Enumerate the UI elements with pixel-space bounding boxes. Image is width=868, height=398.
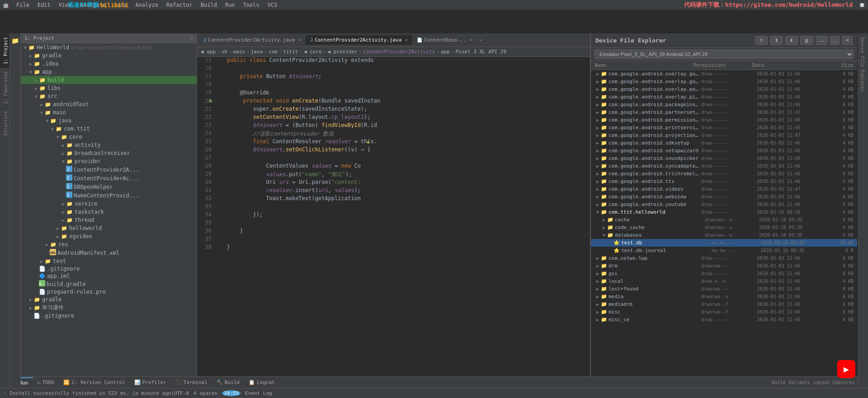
tree-proguard[interactable]: ▶ 📄 proguard-rules.pro [21, 288, 197, 295]
fe-item-permissioncon[interactable]: ▶ 📁 com.google.android.permissioncon drw… [591, 116, 857, 124]
vtab-structure[interactable]: Structure [0, 108, 9, 139]
fe-item-test-db[interactable]: ▶ ⭐ test.db -rw-rw---- 2020-03-16 09:35 … [591, 239, 857, 247]
tree-gradle-root[interactable]: ▶ 📁 gradle [21, 295, 197, 304]
sidebar-project-icon[interactable]: 📁 [11, 37, 19, 44]
menu-build[interactable]: Build [197, 1, 221, 9]
tree-activity[interactable]: ▶ 📁 activity [21, 141, 197, 149]
fe-item-google-overlay2[interactable]: ▶ 📁 com.google.android.overlay.google dr… [591, 78, 857, 85]
bottom-tab-profiler[interactable]: 📊 Profiler [130, 378, 171, 387]
tree-gradle[interactable]: ▶ 📁 gradle [21, 52, 197, 60]
fe-item-misc-ce[interactable]: ▶ 📁 misc_ce drwx------ 2020-03-03 11:46 … [591, 316, 857, 323]
fe-item-google-overlay1[interactable]: ▶ 📁 com.google.android.overlay.google dr… [591, 70, 857, 78]
tree-app[interactable]: ▼ 📁 app [21, 68, 197, 76]
fe-item-projection[interactable]: ▶ 📁 com.google.android.projection.gea dr… [591, 131, 857, 139]
menu-analyze[interactable]: Analyze [132, 1, 162, 9]
tree-taskstack[interactable]: ▶ 📁 taskstack [21, 208, 197, 216]
fe-refresh-button[interactable]: ↻ [755, 36, 768, 45]
fe-maximize-button[interactable]: ✕ [842, 36, 853, 45]
fe-item-tts[interactable]: ▶ 📁 com.google.android.tts drwx------ 20… [591, 178, 857, 185]
menu-vcs[interactable]: VCS [264, 1, 281, 9]
menu-code[interactable]: Code [111, 1, 131, 9]
bottom-tab-todo[interactable]: ☑ TODO [33, 378, 59, 387]
fe-item-drm[interactable]: ▶ 📁 drm drwxrwx--- 2020-03-03 11:46 4 KB [591, 262, 857, 270]
tree-thread[interactable]: ▶ 📁 thread [21, 216, 197, 224]
fe-item-ustwo[interactable]: ▶ 📁 com.ustwo.lwp drwx------ 2020-03-03 … [591, 254, 857, 262]
tree-namecontentprovid[interactable]: ▶ J NameContentProvid... [21, 191, 197, 200]
fe-item-test-db-journal[interactable]: ▶ ⭐ test.db-journal -rw-rw---- 2020-03-1… [591, 247, 857, 254]
tree-androidtest[interactable]: ▶ 📁 androidTest [21, 100, 197, 108]
fe-item-ttit-helloworld[interactable]: ▼ 📁 com.ttit.helloworld drwx------ 2020-… [591, 208, 857, 216]
fe-item-sdksetup[interactable]: ▶ 📁 com.google.android.sdksetup drwx----… [591, 139, 857, 147]
tree-com-ttit[interactable]: ▼ 📁 com.ttit [21, 125, 197, 133]
vtab-device-file-explorer[interactable]: Device File Explorer [859, 33, 868, 95]
tree-libs[interactable]: ▶ 📁 libs [21, 84, 197, 92]
tree-build[interactable]: ▶ 📁 build [21, 76, 197, 84]
tree-dbopenhelper[interactable]: ▶ J DBOpenHelper [21, 183, 197, 191]
more-tabs-icon[interactable]: » [479, 37, 482, 43]
fe-item-google-overlay-permis[interactable]: ▶ 📁 com.google.android.overlay.permis dr… [591, 85, 857, 93]
tree-study[interactable]: ▶ 📁 学习课件 [21, 304, 197, 312]
fe-upload-button[interactable]: ⬆ [770, 36, 783, 45]
tree-main[interactable]: ▼ 📁 main [21, 108, 197, 117]
tree-res[interactable]: ▶ 📁 res [21, 240, 197, 248]
tree-gitignore-app[interactable]: ▶ 📄 .gitignore [21, 265, 197, 272]
tree-provider[interactable]: ▼ 📁 provider [21, 157, 197, 165]
fe-item-mediadrm[interactable]: ▶ 📁 mediadrm drwxrwx--t 2020-03-03 11:46… [591, 300, 857, 308]
fe-item-soundpicker[interactable]: ▶ 📁 com.google.android.soundpicker drwx-… [591, 155, 857, 162]
encoding-label[interactable]: UTF-8 [174, 390, 189, 396]
menu-edit[interactable]: Edit [34, 1, 54, 9]
event-log-label[interactable]: Event Log [245, 390, 272, 396]
tree-test[interactable]: ▶ 📁 test [21, 257, 197, 265]
tree-helloworld[interactable]: ▶ 📁 helloworld [21, 224, 197, 232]
vtab-project[interactable]: 1: Project [0, 33, 9, 68]
bilibili-button[interactable]: ▶ [837, 360, 855, 378]
menu-run[interactable]: Run [222, 1, 239, 9]
menu-tools[interactable]: Tools [240, 1, 263, 9]
fe-item-databases[interactable]: ▼ 📁 databases drwxrwx--x 2020-03-16 09:3… [591, 231, 857, 239]
fe-item-trichromeli[interactable]: ▶ 📁 com.google.android.trichromelibra dr… [591, 170, 857, 178]
menu-view[interactable]: View [55, 1, 75, 9]
tree-root[interactable]: ▼ 📁 HelloWorld D:\workspace\ttit\android… [21, 43, 197, 52]
sidebar-gear-icon[interactable]: ⚙ [190, 36, 193, 41]
editor-tab-2[interactable]: J ContentProvider2Activity.java × [306, 35, 412, 45]
tree-broadcastreceiver[interactable]: ▶ 📁 broadcastreceiver [21, 149, 197, 157]
bottom-tab-terminal[interactable]: ⬛ Terminal [171, 378, 212, 387]
fe-item-youtube[interactable]: ▶ 📁 com.google.android.youtube drwx-----… [591, 201, 857, 208]
menu-refactor[interactable]: Refactor [163, 1, 196, 9]
build-variants-tab[interactable]: Build Variants [772, 380, 810, 385]
fe-item-webview[interactable]: ▶ 📁 com.google.android.webview drwx-----… [591, 193, 857, 201]
fe-item-google-overlay-pixelc[interactable]: ▶ 📁 com.google.android.overlay.pixelc dr… [591, 93, 857, 101]
fe-item-videos[interactable]: ▶ 📁 com.google.android.videos drwx------… [591, 185, 857, 193]
bottom-tab-vcs[interactable]: 🔀 2: Version Control [59, 378, 130, 387]
fe-close-button[interactable]: — [816, 36, 827, 45]
tree-service[interactable]: ▶ 📁 service [21, 200, 197, 208]
tree-androidmanifest[interactable]: ▶ XML AndroidManifest.xml [21, 248, 197, 257]
bottom-tab-build[interactable]: 🔨 Build [212, 378, 244, 387]
fe-item-lost-found[interactable]: ▶ 📁 lost+found drwxrwx--- 2020-03-03 11:… [591, 285, 857, 293]
fe-item-packageinstall[interactable]: ▶ 📁 com.google.android.packageinstall dr… [591, 101, 857, 108]
device-select[interactable]: Emulator Pixel_3_XL_API_29 Android 10, A… [594, 50, 854, 59]
tree-appiml[interactable]: ▶ 🔷 app.iml [21, 272, 197, 280]
tree-core[interactable]: ▼ 📁 core [21, 133, 197, 141]
menu-file[interactable]: File [13, 1, 33, 9]
fe-item-code-cache[interactable]: ▶ 📁 code_cache drwxrwx--x 2020-03-16 09:… [591, 224, 857, 231]
tree-idea[interactable]: ▶ 📁 .idea [21, 60, 197, 68]
editor-tab-3[interactable]: 📄 ContentReso... × [412, 35, 477, 45]
tree-java[interactable]: ▼ 📁 java [21, 117, 197, 125]
layout-captures-tab[interactable]: Layout Captures [814, 380, 854, 385]
fe-item-media[interactable]: ▶ 📁 media drwxrwx--x 2020-03-03 11:46 4 … [591, 293, 857, 300]
tree-src[interactable]: ▼ 📁 src [21, 92, 197, 100]
editor-tab-1[interactable]: J ContentProvider2Activity.java × [199, 35, 306, 45]
tree-gitignore-root[interactable]: ▶ 📄 .gitignore [21, 312, 197, 319]
tree-buildgradle[interactable]: ▶ G build.gradle [21, 280, 197, 288]
fe-item-local[interactable]: ▶ 📁 local drwx-x--x 2020-03-03 11:46 4 K… [591, 277, 857, 285]
tree-xgvideo[interactable]: ▶ 📁 xgvideo [21, 232, 197, 240]
menu-navigate[interactable]: Navigate [76, 1, 110, 9]
fe-item-printservice[interactable]: ▶ 📁 com.google.android.printservice.re d… [591, 124, 857, 131]
fe-item-setupwizard[interactable]: ▶ 📁 com.google.android.setupwizard drwx-… [591, 147, 857, 155]
vtab-favorites[interactable]: 2: Favorites [0, 68, 9, 108]
fe-download-button[interactable]: ⬇ [785, 36, 797, 45]
fe-item-gsi[interactable]: ▶ 📁 gsi drwx------ 2020-03-03 11:46 4 KB [591, 270, 857, 277]
bottom-tab-logcat[interactable]: 📋 Logcat [244, 378, 279, 387]
close-icon[interactable]: × [298, 37, 301, 42]
